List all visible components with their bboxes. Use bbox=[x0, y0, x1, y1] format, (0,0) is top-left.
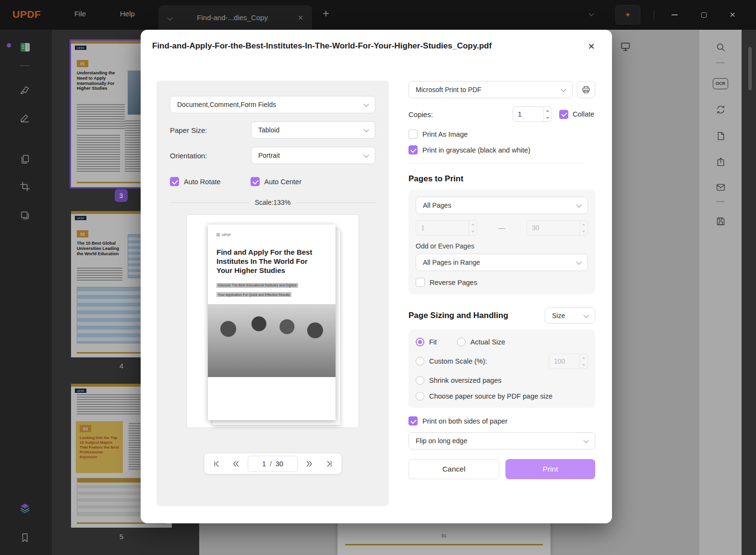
shrink-label: Shrink oversized pages bbox=[429, 377, 502, 384]
both-sides-checkbox[interactable] bbox=[408, 416, 418, 425]
dialog-buttons: Cancel Print bbox=[408, 459, 595, 479]
paper-size-value: Tabloid bbox=[258, 126, 279, 134]
custom-scale-row: Custom Scale (%): 100 bbox=[416, 354, 588, 369]
collate-label: Collate bbox=[573, 110, 594, 118]
sizing-mode-value: Size bbox=[552, 312, 565, 319]
last-page-button[interactable] bbox=[321, 456, 337, 472]
printer-value: Microsoft Print to PDF bbox=[416, 86, 481, 94]
page-range-select[interactable]: All Pages bbox=[416, 197, 588, 214]
grayscale-option[interactable]: Print in grayscale (black and white) bbox=[408, 145, 595, 154]
fit-row: Fit Actual Size bbox=[416, 338, 588, 346]
actual-size-radio[interactable] bbox=[457, 338, 466, 346]
scale-divider: Scale:133% bbox=[170, 199, 375, 206]
spinner[interactable] bbox=[579, 221, 588, 235]
collate-option[interactable]: Collate bbox=[559, 110, 594, 119]
custom-scale-stepper[interactable]: 100 bbox=[549, 354, 588, 369]
range-to-stepper[interactable]: 30 bbox=[527, 220, 588, 236]
dialog-close-button[interactable]: ✕ bbox=[584, 39, 599, 54]
spin-down-icon bbox=[471, 231, 474, 233]
spinner[interactable] bbox=[468, 221, 477, 235]
fit-radio[interactable] bbox=[416, 338, 424, 346]
print-preview-panel: Document,Comment,Form Fields Paper Size:… bbox=[156, 81, 389, 506]
printer-properties-button[interactable] bbox=[577, 81, 595, 98]
chevron-down-icon bbox=[583, 437, 588, 443]
print-as-image-option[interactable]: Print As Image bbox=[408, 130, 595, 139]
auto-options-row: Auto Rotate Auto Center bbox=[170, 177, 375, 186]
printer-row: Microsoft Print to PDF bbox=[408, 81, 595, 98]
preview-brand-text: UPDF bbox=[222, 233, 231, 236]
paper-size-label: Paper Size: bbox=[170, 126, 251, 134]
copies-value: 1 bbox=[513, 107, 543, 121]
range-from-stepper[interactable]: 1 bbox=[416, 220, 477, 236]
paper-source-label: Choose paper source by PDF page size bbox=[429, 392, 552, 400]
printer-icon bbox=[581, 85, 591, 94]
paper-source-radio[interactable] bbox=[416, 392, 424, 401]
scale-text: Scale:133% bbox=[255, 199, 291, 206]
spin-up-icon bbox=[582, 357, 585, 359]
orientation-select[interactable]: Portrait bbox=[251, 147, 375, 164]
sizing-panel: Fit Actual Size Custom Scale (%): 100 Sh… bbox=[408, 330, 595, 408]
first-page-button[interactable] bbox=[208, 456, 225, 472]
preview-pager: 1 / 30 bbox=[204, 453, 342, 474]
pages-to-print-heading: Pages to Print bbox=[408, 174, 595, 184]
collate-checkbox[interactable] bbox=[559, 110, 568, 119]
first-page-icon bbox=[212, 460, 221, 468]
odd-even-value: All Pages in Range bbox=[423, 259, 480, 266]
spinner[interactable] bbox=[543, 107, 552, 121]
auto-center-checkbox[interactable] bbox=[251, 177, 260, 186]
odd-even-select[interactable]: All Pages in Range bbox=[416, 254, 588, 271]
preview-viewport: UPDF Find and Apply For the Best Institu… bbox=[186, 214, 359, 428]
section-divider bbox=[408, 163, 584, 164]
next-page-button[interactable] bbox=[301, 456, 317, 472]
flip-value: Flip on long edge bbox=[416, 437, 467, 445]
spin-up-icon bbox=[582, 224, 585, 225]
paper-source-row: Choose paper source by PDF page size bbox=[416, 392, 588, 401]
flip-select[interactable]: Flip on long edge bbox=[408, 432, 595, 449]
cancel-button[interactable]: Cancel bbox=[408, 459, 499, 479]
chevron-down-icon bbox=[561, 86, 566, 92]
previous-page-button[interactable] bbox=[228, 456, 244, 472]
reverse-pages-checkbox[interactable] bbox=[416, 278, 425, 287]
content-select[interactable]: Document,Comment,Form Fields bbox=[170, 96, 375, 113]
grayscale-label: Print in grayscale (black and white) bbox=[422, 146, 530, 154]
chevron-down-icon bbox=[363, 152, 369, 157]
preview-sheet: UPDF Find and Apply For the Best Institu… bbox=[208, 224, 336, 420]
preview-subtitle-line: Your Application For Quick and Effective… bbox=[216, 292, 291, 297]
dialog-title: Find-and-Apply-For-the-Best-Institutes-I… bbox=[152, 41, 492, 51]
spinner[interactable] bbox=[579, 354, 588, 368]
both-sides-label: Print on both sides of paper bbox=[422, 417, 507, 425]
copies-row: Copies: 1 Collate bbox=[408, 106, 595, 122]
sizing-mode-select[interactable]: Size bbox=[545, 307, 595, 324]
paper-size-select[interactable]: Tabloid bbox=[251, 121, 375, 139]
spin-up-icon bbox=[546, 110, 549, 112]
print-settings-panel: Microsoft Print to PDF Copies: 1 Co bbox=[408, 81, 595, 479]
auto-rotate-checkbox[interactable] bbox=[170, 177, 179, 186]
custom-scale-label: Custom Scale (%): bbox=[429, 357, 487, 365]
preview-subtitle-line: Discover The Best Educational Institutes… bbox=[216, 283, 298, 288]
print-as-image-checkbox[interactable] bbox=[408, 130, 418, 139]
custom-scale-value: 100 bbox=[549, 354, 579, 368]
copies-label: Copies: bbox=[408, 110, 513, 118]
grayscale-checkbox[interactable] bbox=[408, 145, 418, 154]
page-number-input[interactable]: 1 / 30 bbox=[248, 456, 298, 472]
range-to-value: 30 bbox=[527, 221, 579, 235]
both-sides-option[interactable]: Print on both sides of paper bbox=[408, 416, 595, 425]
reverse-pages-option[interactable]: Reverse Pages bbox=[416, 278, 588, 287]
printer-select[interactable]: Microsoft Print to PDF bbox=[408, 81, 573, 98]
range-from-value: 1 bbox=[416, 221, 468, 235]
odd-even-label: Odd or Even Pages bbox=[416, 242, 588, 250]
preview-title: Find and Apply For the Best Institutes I… bbox=[216, 248, 320, 275]
print-button[interactable]: Print bbox=[505, 459, 595, 479]
sizing-heading-row: Page Sizing and Handling Size bbox=[408, 307, 595, 324]
preview-photo bbox=[208, 304, 336, 377]
orientation-row: Orientation: Portrait bbox=[170, 147, 375, 164]
orientation-label: Orientation: bbox=[170, 152, 251, 160]
reverse-pages-label: Reverse Pages bbox=[430, 279, 477, 286]
auto-center-option[interactable]: Auto Center bbox=[251, 177, 301, 186]
copies-stepper[interactable]: 1 bbox=[513, 106, 552, 122]
shrink-radio[interactable] bbox=[416, 376, 424, 385]
sizing-heading: Page Sizing and Handling bbox=[408, 311, 508, 320]
auto-rotate-option[interactable]: Auto Rotate bbox=[170, 177, 221, 186]
print-as-image-label: Print As Image bbox=[422, 130, 468, 138]
custom-scale-radio[interactable] bbox=[416, 357, 424, 366]
